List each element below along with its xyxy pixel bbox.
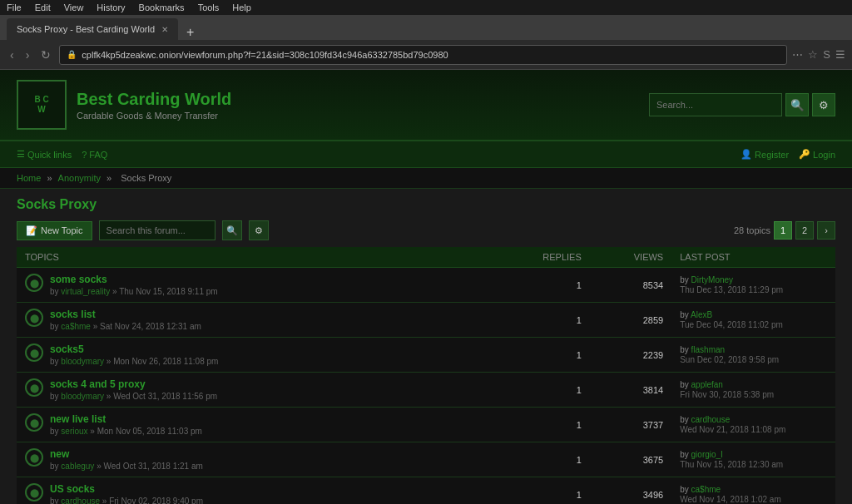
page-1-button[interactable]: 1 [774, 221, 792, 240]
last-post-date: Thu Nov 15, 2018 12:30 am [680, 460, 827, 469]
table-row: ⬤ new live list by serioux » Mon Nov 05,… [17, 408, 835, 442]
last-post-date: Fri Nov 30, 2018 5:38 pm [680, 390, 827, 399]
back-button[interactable]: ‹ [7, 47, 17, 63]
menu-bar: File Edit View History Bookmarks Tools H… [0, 0, 852, 15]
replies-cell: 1 [508, 373, 589, 408]
top-nav: ☰ Quick links ? FAQ 👤 Register 🔑 Login [0, 141, 852, 168]
header-settings-button[interactable]: ⚙ [812, 93, 835, 116]
last-post-author-link[interactable]: flashman [691, 345, 726, 354]
topic-title-link[interactable]: socks 4 and 5 proxy [50, 378, 146, 390]
last-post-author-link[interactable]: DirtyMoney [691, 275, 734, 284]
topic-title-link[interactable]: some socks [50, 274, 107, 285]
login-icon: 🔑 [799, 149, 810, 160]
last-post-date: Wed Nov 21, 2018 11:08 pm [680, 425, 827, 434]
last-post-author-link[interactable]: cardhouse [691, 415, 731, 424]
bookmark-button[interactable]: ☆ [808, 48, 818, 61]
table-row: ⬤ new by cableguy » Wed Oct 31, 2018 1:2… [17, 442, 835, 477]
topic-author-link[interactable]: bloodymary [61, 392, 104, 401]
forum-body: Socks Proxy 📝 New Topic 🔍 ⚙ 28 topics 1 … [0, 189, 852, 504]
tab-bar: Socks Proxy - Best Carding World ✕ + [0, 15, 852, 40]
topic-cell: ⬤ some socks by virtual_reality » Thu No… [17, 268, 508, 303]
quick-links-label: Quick links [27, 150, 72, 160]
pagination-top: 28 topics 1 2 › [734, 221, 835, 240]
topic-author-link[interactable]: cardhouse [61, 497, 100, 504]
menu-button[interactable]: ☰ [835, 48, 845, 61]
menu-view[interactable]: View [64, 2, 84, 12]
col-last-post: LAST POST [671, 247, 835, 268]
last-post-cell: by flashman Sun Dec 02, 2018 9:58 pm [671, 338, 835, 373]
topic-icon: ⬤ [25, 309, 43, 327]
faq-icon: ? [82, 150, 87, 160]
next-page-button[interactable]: › [817, 221, 835, 240]
reload-button[interactable]: ↻ [37, 47, 54, 63]
breadcrumb-home[interactable]: Home [17, 173, 41, 183]
last-post-author-link[interactable]: giorgio_I [691, 450, 723, 459]
menu-history[interactable]: History [97, 2, 125, 12]
last-post-author-link[interactable]: AlexB [691, 310, 712, 319]
topic-title-link[interactable]: socks5 [50, 343, 84, 355]
topic-author-link[interactable]: bloodymary [61, 357, 104, 366]
register-label: Register [755, 150, 789, 160]
address-bar-icons: ⋯ ☆ S ☰ [792, 48, 845, 61]
replies-cell: 1 [508, 442, 589, 477]
page-title: Socks Proxy [17, 197, 835, 212]
last-post-author-link[interactable]: applefan [691, 380, 723, 389]
menu-edit[interactable]: Edit [35, 2, 51, 12]
new-tab-button[interactable]: + [181, 25, 199, 40]
table-row: ⬤ socks 4 and 5 proxy by bloodymary » We… [17, 373, 835, 408]
url-icon: 🔒 [67, 50, 77, 59]
quick-links-button[interactable]: ☰ Quick links [17, 149, 72, 160]
topic-title-link[interactable]: new [50, 448, 69, 460]
menu-file[interactable]: File [7, 2, 22, 12]
forum-header: B CW Best Carding World Cardable Goods &… [0, 70, 852, 141]
breadcrumb-current: Socks Proxy [121, 173, 171, 183]
forward-button[interactable]: › [22, 47, 33, 63]
header-search-area: 🔍 ⚙ [649, 93, 835, 116]
topic-meta: by bloodymary » Wed Oct 31, 2018 11:56 p… [50, 392, 217, 401]
topic-meta: by serioux » Mon Nov 05, 2018 11:03 pm [50, 427, 202, 436]
topic-title-link[interactable]: new live list [50, 413, 106, 425]
menu-help[interactable]: Help [232, 2, 251, 12]
faq-link[interactable]: ? FAQ [82, 150, 107, 160]
forum-search-button[interactable]: 🔍 [222, 220, 242, 240]
topic-author-link[interactable]: serioux [61, 427, 87, 436]
topic-author-link[interactable]: virtual_reality [61, 287, 110, 296]
login-link[interactable]: 🔑 Login [799, 149, 835, 160]
topics-table: TOPICS REPLIES VIEWS LAST POST ⬤ some so… [17, 247, 835, 504]
replies-cell: 1 [508, 408, 589, 442]
topic-meta: by cableguy » Wed Oct 31, 2018 1:21 am [50, 462, 203, 471]
topic-meta: by ca$hme » Sat Nov 24, 2018 12:31 am [50, 322, 201, 331]
sync-button[interactable]: S [823, 48, 830, 61]
last-post-cell: by DirtyMoney Thu Dec 13, 2018 11:29 pm [671, 268, 835, 303]
nav-left: ☰ Quick links ? FAQ [17, 149, 107, 160]
breadcrumb-anonymity[interactable]: Anonymity [58, 173, 101, 183]
replies-cell: 1 [508, 477, 589, 505]
last-post-author-link[interactable]: ca$hme [691, 485, 721, 494]
register-link[interactable]: 👤 Register [741, 149, 789, 160]
topic-author-link[interactable]: ca$hme [61, 322, 91, 331]
tab-close-button[interactable]: ✕ [161, 25, 168, 34]
extensions-button[interactable]: ⋯ [792, 48, 803, 61]
last-post-cell: by AlexB Tue Dec 04, 2018 11:02 pm [671, 303, 835, 338]
url-input[interactable]: 🔒 cplfk4kp5dzeakwc.onion/viewforum.php?f… [59, 45, 787, 65]
topic-icon: ⬤ [25, 378, 43, 397]
topic-cell: ⬤ new live list by serioux » Mon Nov 05,… [17, 408, 508, 442]
forum-sort-button[interactable]: ⚙ [249, 220, 269, 240]
topic-icon: ⬤ [25, 343, 43, 362]
table-row: ⬤ socks list by ca$hme » Sat Nov 24, 201… [17, 303, 835, 338]
quick-links-icon: ☰ [17, 149, 25, 160]
header-search-input[interactable] [649, 93, 782, 116]
menu-bookmarks[interactable]: Bookmarks [139, 2, 185, 12]
topic-title-link[interactable]: socks list [50, 309, 96, 320]
header-search-button[interactable]: 🔍 [785, 93, 809, 116]
page-2-button[interactable]: 2 [795, 221, 814, 240]
topic-icon: ⬤ [25, 483, 43, 502]
topic-cell: ⬤ socks list by ca$hme » Sat Nov 24, 201… [17, 303, 508, 338]
active-tab[interactable]: Socks Proxy - Best Carding World ✕ [7, 18, 178, 40]
topic-meta: by cardhouse » Fri Nov 02, 2018 9:40 pm [50, 497, 203, 504]
topic-title-link[interactable]: US socks [50, 483, 95, 495]
topic-author-link[interactable]: cableguy [61, 462, 94, 471]
new-topic-button[interactable]: 📝 New Topic [17, 221, 92, 240]
menu-tools[interactable]: Tools [198, 2, 220, 12]
forum-search-input[interactable] [99, 220, 215, 240]
